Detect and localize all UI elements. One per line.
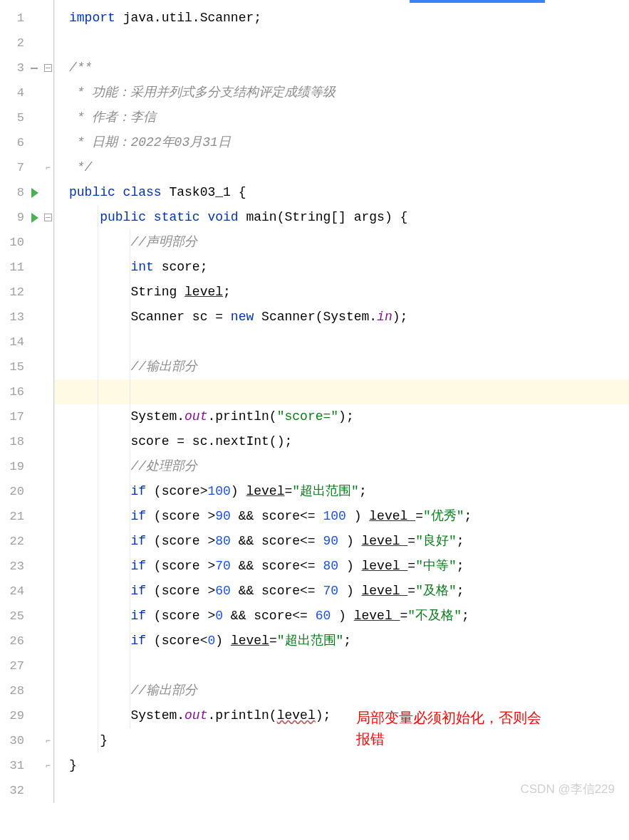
code-token: "score=" (277, 409, 338, 424)
gutter-row[interactable]: 11 (0, 255, 53, 280)
gutter-row[interactable]: 23 (0, 554, 53, 579)
gutter-row[interactable]: 3 (0, 56, 53, 80)
indent-guide (98, 579, 98, 604)
code-editor[interactable]: 1234567⌐89101112131415161718192021222324… (0, 0, 629, 803)
gutter-row[interactable]: 13 (0, 305, 53, 330)
gutter-row[interactable]: 27 (0, 653, 53, 678)
code-token: (score > (154, 559, 215, 573)
code-line[interactable]: */ (55, 155, 629, 180)
code-token: java.util.Scanner; (123, 11, 261, 25)
gutter-row[interactable]: 1 (0, 6, 53, 31)
code-line[interactable]: Scanner sc = new Scanner(System.in); (55, 305, 629, 330)
code-line[interactable]: if (score >60 && score<= 70 ) level ="及格… (55, 579, 629, 604)
indent-guide (98, 728, 98, 753)
indent (69, 434, 130, 448)
gutter-row[interactable]: 24 (0, 579, 53, 604)
gutter-row[interactable]: 26 (0, 629, 53, 653)
indent (69, 484, 130, 498)
indent-guide (130, 504, 130, 529)
code-line[interactable]: score = sc.nextInt(); (55, 429, 629, 454)
code-line[interactable]: import java.util.Scanner; (55, 6, 629, 31)
line-number: 3 (0, 61, 27, 75)
code-line[interactable] (55, 379, 629, 404)
gutter-row[interactable]: 30⌐ (0, 728, 53, 753)
gutter-row[interactable]: 14 (0, 330, 53, 355)
fold-collapse-icon[interactable] (44, 214, 52, 221)
indent (69, 409, 130, 424)
indent-guide (130, 479, 130, 504)
code-line[interactable]: int score; (55, 255, 629, 280)
code-line[interactable]: System.out.println(level); (55, 703, 629, 728)
code-token: level (369, 509, 415, 523)
code-line[interactable] (55, 31, 629, 56)
code-token: level (362, 559, 408, 573)
code-line[interactable]: if (score<0) level="超出范围"; (55, 629, 629, 653)
gutter-row[interactable]: 10 (0, 230, 53, 255)
gutter-row[interactable]: 31⌐ (0, 753, 53, 778)
code-line[interactable]: System.out.println("score="); (55, 404, 629, 429)
gutter-row[interactable]: 17 (0, 404, 53, 429)
indent (69, 534, 130, 548)
indent-guide (130, 629, 130, 653)
gutter-row[interactable]: 8 (0, 180, 53, 205)
indent-guide (130, 404, 130, 429)
code-line[interactable] (55, 653, 629, 678)
code-line[interactable]: * 作者：李信 (55, 105, 629, 130)
line-number: 23 (0, 560, 27, 573)
gutter-row[interactable]: 4 (0, 80, 53, 105)
code-line[interactable]: if (score >80 && score<= 90 ) level ="良好… (55, 529, 629, 554)
code-token: ) (231, 484, 246, 498)
gutter-row[interactable]: 18 (0, 429, 53, 454)
code-line[interactable]: //处理部分 (55, 454, 629, 479)
gutter-row[interactable]: 15 (0, 355, 53, 379)
code-line[interactable]: //声明部分 (55, 230, 629, 255)
code-line[interactable]: //输出部分 (55, 355, 629, 379)
gutter-row[interactable]: 9 (0, 205, 53, 230)
code-line[interactable]: String level; (55, 280, 629, 305)
code-line[interactable]: //输出部分 (55, 678, 629, 703)
gutter-row[interactable]: 21 (0, 504, 53, 529)
run-icon[interactable] (31, 213, 38, 223)
code-line[interactable]: public class Task03_1 { (55, 180, 629, 205)
gutter-row[interactable]: 20 (0, 479, 53, 504)
code-line[interactable]: } (55, 753, 629, 778)
indent-guide (98, 653, 98, 678)
code-token: } (100, 733, 108, 747)
gutter-row[interactable]: 7⌐ (0, 155, 53, 180)
code-line[interactable] (55, 330, 629, 355)
code-line[interactable]: * 功能：采用并列式多分支结构评定成绩等级 (55, 80, 629, 105)
code-line[interactable]: if (score >70 && score<= 80 ) level ="中等… (55, 554, 629, 579)
indent-guide (98, 305, 98, 330)
indent-guide (130, 280, 130, 305)
code-line[interactable]: * 日期：2022年03月31日 (55, 130, 629, 155)
indent (69, 260, 130, 274)
gutter-row[interactable]: 2 (0, 31, 53, 56)
code-token: //声明部分 (130, 235, 197, 249)
gutter-row[interactable]: 19 (0, 454, 53, 479)
code-token: System. (130, 409, 184, 424)
code-line[interactable]: public static void main(String[] args) { (55, 205, 629, 230)
code-line[interactable]: if (score >0 && score<= 60 ) level ="不及格… (55, 604, 629, 629)
gutter-row[interactable]: 29 (0, 703, 53, 728)
gutter-row[interactable]: 28 (0, 678, 53, 703)
code-line[interactable]: if (score>100) level="超出范围"; (55, 479, 629, 504)
code-line[interactable]: if (score >90 && score<= 100 ) level ="优… (55, 504, 629, 529)
indent (69, 459, 130, 473)
run-icon[interactable] (31, 188, 38, 198)
gutter-row[interactable]: 12 (0, 280, 53, 305)
line-number: 14 (0, 335, 27, 349)
gutter-row[interactable]: 22 (0, 529, 53, 554)
gutter-row[interactable]: 16 (0, 379, 53, 404)
code-line[interactable]: /** (55, 56, 629, 80)
line-number: 1 (0, 11, 27, 25)
gutter-row[interactable]: 32 (0, 778, 53, 803)
gutter-row[interactable]: 25 (0, 604, 53, 629)
fold-end-icon: ⌐ (46, 164, 51, 172)
gutter-row[interactable]: 5 (0, 105, 53, 130)
code-token: (score > (154, 534, 215, 548)
code-area[interactable]: import java.util.Scanner;/** * 功能：采用并列式多… (54, 0, 629, 803)
gutter-row[interactable]: 6 (0, 130, 53, 155)
gutter: 1234567⌐89101112131415161718192021222324… (0, 0, 54, 803)
code-line[interactable]: } (55, 728, 629, 753)
fold-collapse-icon[interactable] (44, 64, 52, 72)
